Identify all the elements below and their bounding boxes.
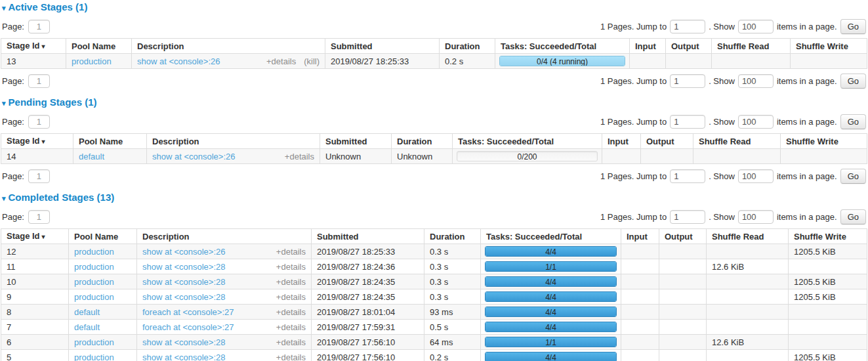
tasks-progress-bar: 0/200 xyxy=(457,151,598,161)
go-button[interactable]: Go xyxy=(840,209,866,224)
col-description[interactable]: Description xyxy=(147,134,320,149)
pool-name-link[interactable]: production xyxy=(74,292,114,302)
table-row: 12 production show at <console>:26+detai… xyxy=(1,244,867,259)
col-shuffle-read[interactable]: Shuffle Read xyxy=(712,39,791,54)
stage-id-cell: 5 xyxy=(1,350,69,361)
col-shuffle-write[interactable]: Shuffle Write xyxy=(791,39,867,54)
show-items-input[interactable] xyxy=(738,74,774,88)
completed-stages-heading[interactable]: ▾Completed Stages (13) xyxy=(2,192,867,203)
col-output[interactable]: Output xyxy=(659,229,707,244)
col-input[interactable]: Input xyxy=(602,134,641,149)
jump-to-page-input[interactable] xyxy=(670,210,705,224)
description-link[interactable]: show at <console>:28 xyxy=(142,352,225,361)
pool-name-link[interactable]: production xyxy=(74,247,114,257)
col-shuffle-write[interactable]: Shuffle Write xyxy=(789,229,867,244)
duration-cell: 0.3 s xyxy=(424,244,481,259)
input-cell xyxy=(621,350,659,361)
active-pagination-bottom: Page: 1 Pages. Jump to . Show items in a… xyxy=(1,74,867,89)
details-toggle[interactable]: +details xyxy=(285,152,314,161)
show-items-input[interactable] xyxy=(738,115,774,129)
go-button[interactable]: Go xyxy=(840,169,866,184)
details-toggle[interactable]: +details xyxy=(276,352,306,361)
col-tasks[interactable]: Tasks: Succeeded/Total xyxy=(495,39,630,54)
jump-to-page-input[interactable] xyxy=(670,20,705,33)
description-link[interactable]: show at <console>:26 xyxy=(142,247,225,257)
col-description[interactable]: Description xyxy=(137,229,312,244)
page-label: Page: xyxy=(2,171,24,181)
col-submitted[interactable]: Submitted xyxy=(325,39,440,54)
col-duration[interactable]: Duration xyxy=(392,134,453,149)
col-duration[interactable]: Duration xyxy=(440,39,495,54)
description-link[interactable]: show at <console>:28 xyxy=(142,337,225,347)
show-items-input[interactable] xyxy=(738,210,774,224)
details-toggle[interactable]: +details xyxy=(276,247,306,257)
shuffle-read-cell xyxy=(707,305,789,320)
details-toggle[interactable]: +details xyxy=(276,307,306,317)
go-button[interactable]: Go xyxy=(840,19,866,34)
description-link[interactable]: foreach at <console>:27 xyxy=(142,322,234,332)
details-toggle[interactable]: +details xyxy=(276,277,306,287)
pool-name-link[interactable]: production xyxy=(74,277,114,287)
jump-to-page-input[interactable] xyxy=(670,74,705,88)
col-input[interactable]: Input xyxy=(621,229,659,244)
stage-id-cell: 9 xyxy=(1,289,69,305)
pending-stages-heading[interactable]: ▾Pending Stages (1) xyxy=(2,97,867,108)
col-stage-id[interactable]: Stage Id▾ xyxy=(1,229,69,244)
description-link[interactable]: show at <console>:28 xyxy=(142,262,225,272)
col-pool-name[interactable]: Pool Name xyxy=(66,39,132,54)
kill-link[interactable]: (kill) xyxy=(304,56,320,66)
description-link[interactable]: show at <console>:28 xyxy=(142,277,225,287)
details-toggle[interactable]: +details xyxy=(276,322,306,332)
col-submitted[interactable]: Submitted xyxy=(312,229,424,244)
col-shuffle-read[interactable]: Shuffle Read xyxy=(693,134,781,149)
jump-to-page-input[interactable] xyxy=(670,169,705,183)
col-input[interactable]: Input xyxy=(630,39,666,54)
page-number-input[interactable] xyxy=(28,20,50,33)
submitted-cell: 2019/08/27 18:01:04 xyxy=(312,305,424,320)
show-items-input[interactable] xyxy=(738,20,774,33)
active-stages-heading[interactable]: ▾Active Stages (1) xyxy=(2,2,867,13)
description-link[interactable]: show at <console>:28 xyxy=(142,292,225,302)
pool-name-link[interactable]: default xyxy=(74,322,100,332)
pool-name-link[interactable]: default xyxy=(74,307,100,317)
go-button[interactable]: Go xyxy=(840,74,866,89)
description-link[interactable]: show at <console>:26 xyxy=(152,152,235,161)
jump-to-page-input[interactable] xyxy=(670,115,705,129)
page-control: Page: xyxy=(2,20,50,33)
col-shuffle-write[interactable]: Shuffle Write xyxy=(781,134,867,149)
show-items-input[interactable] xyxy=(738,169,774,183)
col-stage-id[interactable]: Stage Id▾ xyxy=(1,134,73,149)
col-tasks[interactable]: Tasks: Succeeded/Total xyxy=(453,134,602,149)
tasks-progress-bar: 0/4 (4 running) xyxy=(499,56,625,66)
col-submitted[interactable]: Submitted xyxy=(320,134,392,149)
page-number-input[interactable] xyxy=(28,74,50,88)
details-toggle[interactable]: +details xyxy=(276,262,306,272)
col-output[interactable]: Output xyxy=(641,134,693,149)
col-shuffle-read[interactable]: Shuffle Read xyxy=(707,229,789,244)
col-pool-name[interactable]: Pool Name xyxy=(73,134,147,149)
col-pool-name[interactable]: Pool Name xyxy=(69,229,137,244)
page-number-input[interactable] xyxy=(28,115,50,129)
details-toggle[interactable]: +details xyxy=(276,292,306,302)
details-toggle[interactable]: +details xyxy=(266,56,296,66)
col-duration[interactable]: Duration xyxy=(424,229,481,244)
go-button[interactable]: Go xyxy=(840,114,866,129)
show-label: . Show xyxy=(709,76,735,86)
pool-name-link[interactable]: production xyxy=(72,56,112,66)
active-pagination-top: Page: 1 Pages. Jump to . Show items in a… xyxy=(1,19,867,34)
col-stage-id[interactable]: Stage Id▾ xyxy=(1,39,66,54)
header-row: Stage Id▾ Pool Name Description Submitte… xyxy=(1,39,867,54)
description-link[interactable]: show at <console>:26 xyxy=(137,56,220,66)
details-toggle[interactable]: +details xyxy=(276,337,306,347)
pool-name-link[interactable]: default xyxy=(79,152,104,161)
col-description[interactable]: Description xyxy=(132,39,325,54)
col-tasks[interactable]: Tasks: Succeeded/Total xyxy=(481,229,621,244)
header-row: Stage Id▾ Pool Name Description Submitte… xyxy=(1,229,867,244)
page-number-input[interactable] xyxy=(28,210,50,224)
description-link[interactable]: foreach at <console>:27 xyxy=(142,307,234,317)
pool-name-link[interactable]: production xyxy=(74,262,114,272)
col-output[interactable]: Output xyxy=(666,39,712,54)
pool-name-link[interactable]: production xyxy=(74,337,114,347)
page-number-input[interactable] xyxy=(28,169,50,183)
pool-name-link[interactable]: production xyxy=(74,352,114,361)
